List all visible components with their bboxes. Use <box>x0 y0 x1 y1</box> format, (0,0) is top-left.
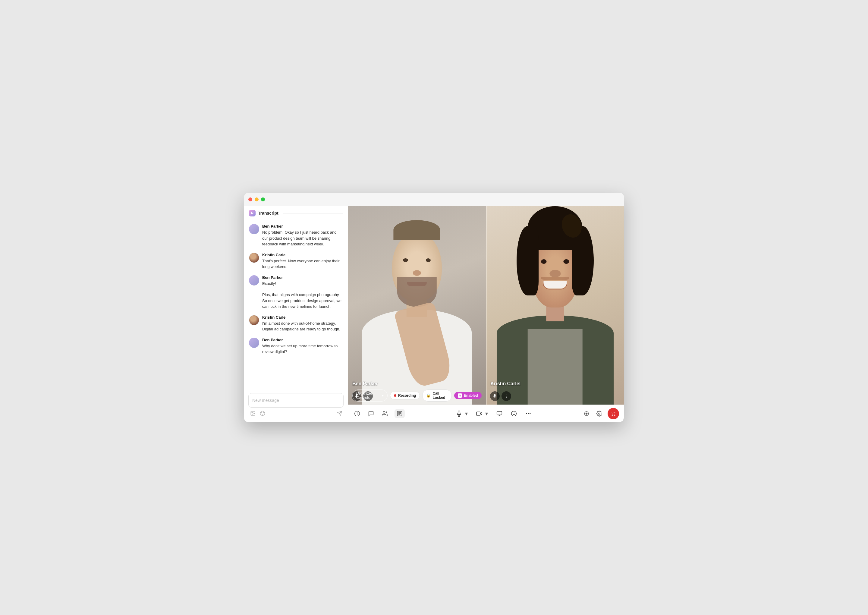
svg-point-32 <box>511 411 516 416</box>
organizer-controls-dropdown[interactable]: Organizer Controls ▾ <box>352 390 388 401</box>
transcript-button[interactable] <box>394 409 405 418</box>
message-content: Kristin Carlel That's perfect. Now every… <box>262 253 343 270</box>
n-badge-icon: N <box>458 393 462 398</box>
reaction-button[interactable] <box>510 409 518 418</box>
video-bg-left <box>348 206 486 404</box>
emoji-button[interactable] <box>259 410 266 418</box>
message-author: Ben Parker <box>262 275 343 280</box>
video-panel: Ben Parker <box>348 206 624 422</box>
close-button[interactable] <box>248 197 252 201</box>
svg-marker-27 <box>480 412 482 415</box>
camera-button[interactable] <box>475 409 483 418</box>
message-text: Plus, that aligns with campaign photogra… <box>262 292 343 310</box>
avatar <box>249 224 259 234</box>
message-input-box[interactable]: New message <box>248 393 344 407</box>
svg-point-35 <box>526 413 527 414</box>
message-text: Exactly! <box>262 281 343 287</box>
svg-point-1 <box>252 412 252 413</box>
status-bar: Organizer Controls ▾ Recording 🔒 Call Lo… <box>348 387 486 404</box>
avatar <box>249 338 259 348</box>
svg-rect-28 <box>476 412 480 415</box>
message-input-placeholder: New message <box>252 398 340 403</box>
microphone-button[interactable] <box>455 409 463 418</box>
send-button[interactable] <box>337 411 342 417</box>
settings-button[interactable] <box>595 409 603 418</box>
input-actions <box>248 407 344 418</box>
minimize-button[interactable] <box>255 197 259 201</box>
list-item: Plus, that aligns with campaign photogra… <box>249 292 343 310</box>
message-text: I'm almost done with out-of-home strateg… <box>262 320 343 332</box>
video-bg-right <box>486 206 624 404</box>
list-item: Ben Parker No problem! Okay so I just he… <box>249 224 343 247</box>
camera-chevron[interactable]: ▾ <box>484 409 489 418</box>
mute-button-right[interactable] <box>490 391 500 401</box>
tab-icon: N <box>249 210 256 217</box>
microphone-group: ▾ <box>455 409 469 418</box>
input-area: New message <box>244 390 348 422</box>
message-content: Ben Parker No problem! Okay so I just he… <box>262 224 343 247</box>
left-panel: N Transcript Ben Parker No problem! Okay… <box>244 206 348 422</box>
messages-area: Ben Parker No problem! Okay so I just he… <box>244 219 348 390</box>
info-button[interactable] <box>353 409 362 418</box>
list-item: Ben Parker Why don't we set up more time… <box>249 338 343 355</box>
more-options-button[interactable] <box>524 409 533 418</box>
svg-point-40 <box>598 413 600 414</box>
message-author: Kristin Carlel <box>262 315 343 320</box>
svg-point-39 <box>586 412 588 415</box>
video-name-left: Ben Parker <box>352 381 378 387</box>
video-cell-left: Ben Parker <box>348 206 486 404</box>
svg-point-37 <box>530 413 530 414</box>
message-content: Plus, that aligns with campaign photogra… <box>262 292 343 310</box>
toolbar-center: ▾ ▾ <box>405 409 582 418</box>
list-item: Kristin Carlel That's perfect. Now every… <box>249 253 343 270</box>
avatar-placeholder <box>249 292 259 310</box>
svg-point-2 <box>260 411 265 416</box>
svg-point-14 <box>506 395 506 395</box>
main-content: N Transcript Ben Parker No problem! Okay… <box>244 206 624 422</box>
image-attach-button[interactable] <box>249 410 256 418</box>
video-controls-right <box>490 391 511 401</box>
list-item: Kristin Carlel I'm almost done with out-… <box>249 315 343 332</box>
video-grid: Ben Parker <box>348 206 624 404</box>
avatar <box>249 253 259 263</box>
message-author: Ben Parker <box>262 338 343 342</box>
screen-share-button[interactable] <box>495 409 503 418</box>
message-content: Kristin Carlel I'm almost done with out-… <box>262 315 343 332</box>
avatar <box>249 315 259 325</box>
end-call-button[interactable] <box>608 408 619 419</box>
enabled-pill[interactable]: N Enabled <box>454 392 482 399</box>
svg-point-36 <box>528 413 529 414</box>
message-text: No problem! Okay so I just heard back an… <box>262 229 343 247</box>
lock-icon: 🔒 <box>426 393 431 398</box>
more-button-right[interactable] <box>502 391 511 401</box>
recording-dot <box>394 394 396 397</box>
message-author: Kristin Carlel <box>262 253 343 257</box>
maximize-button[interactable] <box>261 197 265 201</box>
list-item: Ben Parker Exactly! <box>249 275 343 287</box>
svg-point-15 <box>506 396 506 396</box>
svg-point-20 <box>383 411 385 413</box>
tab-divider <box>283 213 343 214</box>
participants-button[interactable] <box>381 409 389 418</box>
message-text: Why don't we set up more time tomorrow t… <box>262 343 343 355</box>
message-author: Ben Parker <box>262 224 343 228</box>
record-button[interactable] <box>582 409 591 418</box>
microphone-chevron[interactable]: ▾ <box>464 409 469 418</box>
title-bar <box>244 193 624 206</box>
chat-button[interactable] <box>367 409 375 418</box>
svg-rect-29 <box>497 411 502 415</box>
call-locked-pill[interactable]: 🔒 Call Locked <box>422 390 452 401</box>
tab-bar: N Transcript <box>244 206 348 219</box>
app-window: N Transcript Ben Parker No problem! Okay… <box>244 193 624 422</box>
transcript-tab[interactable]: Transcript <box>258 211 279 215</box>
video-cell-right: Kristin Carlel <box>486 206 624 404</box>
bottom-toolbar: ▾ ▾ <box>348 404 624 422</box>
recording-pill[interactable]: Recording <box>390 392 420 400</box>
toolbar-left <box>353 409 405 418</box>
toolbar-right <box>582 408 619 419</box>
camera-group: ▾ <box>475 409 489 418</box>
video-name-right: Kristin Carlel <box>491 381 521 387</box>
message-content: Ben Parker Why don't we set up more time… <box>262 338 343 355</box>
svg-point-16 <box>506 397 506 398</box>
avatar <box>249 275 259 286</box>
